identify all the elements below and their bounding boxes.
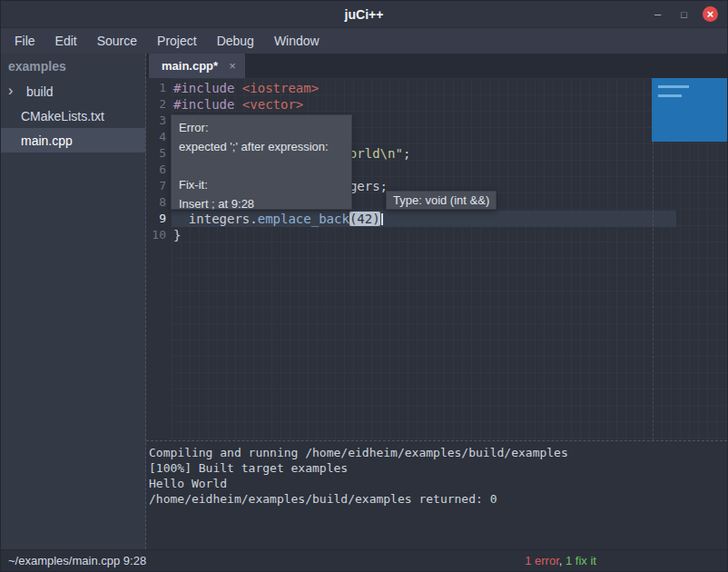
diagnostic-title: Error: xyxy=(179,118,344,137)
terminal-output[interactable]: Compiling and running /home/eidheim/exam… xyxy=(146,441,727,549)
menu-window[interactable]: Window xyxy=(264,28,330,54)
code-line-1[interactable]: #include <iostream> xyxy=(172,80,727,96)
diagnostic-spacer xyxy=(179,156,344,175)
line-number: 7 xyxy=(146,178,172,194)
tree-item-label: build xyxy=(26,84,54,99)
status-separator: , xyxy=(559,554,566,567)
gutter: 12345678910 xyxy=(146,78,172,440)
chevron-right-icon: › xyxy=(8,83,13,99)
line-number: 10 xyxy=(146,227,172,243)
tree-item-label: main.cpp xyxy=(21,133,73,148)
titlebar[interactable]: juCi++ –□× xyxy=(1,1,727,28)
fixit-text: Insert ; at 9:28 xyxy=(179,194,344,213)
juci-window: juCi++ –□× FileEditSourceProjectDebugWin… xyxy=(0,0,728,572)
tabbar: main.cpp*× xyxy=(146,54,727,78)
fixit-title: Fix-it: xyxy=(179,175,344,194)
menu-source[interactable]: Source xyxy=(87,28,147,54)
editor[interactable]: 12345678910 #include <iostream>#include … xyxy=(146,78,727,441)
line-number: 9 xyxy=(146,211,172,227)
minimap-line xyxy=(658,85,689,88)
line-number: 4 xyxy=(146,129,172,145)
tree-item-cmakelists-txt[interactable]: CMakeLists.txt xyxy=(1,104,145,128)
terminal-line: /home/eidheim/examples/build/examples re… xyxy=(149,491,727,507)
tree-item-main-cpp[interactable]: main.cpp xyxy=(1,128,145,153)
menu-file[interactable]: File xyxy=(5,28,45,54)
status-fixit-count: 1 fix it xyxy=(566,554,596,567)
window-controls: –□× xyxy=(650,6,727,22)
code-line-2[interactable]: #include <vector> xyxy=(172,96,727,113)
terminal-line: [100%] Built target examples xyxy=(149,460,727,476)
menu-project[interactable]: Project xyxy=(147,28,207,54)
line-number: 3 xyxy=(146,113,172,129)
main-area: main.cpp*× 12345678910 #include <iostrea… xyxy=(146,54,727,549)
minimap xyxy=(652,78,727,142)
close-button[interactable]: × xyxy=(703,6,718,22)
status-diagnostics: 1 error, 1 fix it xyxy=(525,554,596,567)
code-line-10[interactable]: } xyxy=(172,227,727,243)
minimap-line xyxy=(658,94,682,97)
status-error-count: 1 error xyxy=(525,554,559,567)
file-tree: ›buildCMakeLists.txtmain.cpp xyxy=(1,79,145,153)
line-number: 6 xyxy=(146,162,172,178)
line-number: 1 xyxy=(146,80,172,96)
diagnostic-message: expected ';' after expression: xyxy=(179,137,344,156)
menu-edit[interactable]: Edit xyxy=(45,28,87,54)
type-tooltip: Type: void (int &&) xyxy=(386,191,497,210)
project-name: examples xyxy=(1,54,145,79)
menubar: FileEditSourceProjectDebugWindow xyxy=(1,28,727,54)
tab-close-icon[interactable]: × xyxy=(229,59,236,73)
diagnostic-tooltip: Error: expected ';' after expression: Fi… xyxy=(171,114,352,210)
tree-item-build[interactable]: ›build xyxy=(1,79,145,104)
tab-label: main.cpp* xyxy=(162,59,218,73)
restore-button[interactable]: □ xyxy=(676,6,692,22)
minimize-button[interactable]: – xyxy=(650,6,665,22)
terminal-line: Hello World xyxy=(149,476,727,491)
line-number: 5 xyxy=(146,145,172,162)
text-cursor xyxy=(381,213,383,225)
tree-item-label: CMakeLists.txt xyxy=(21,109,104,123)
window-body: examples ›buildCMakeLists.txtmain.cpp ma… xyxy=(1,54,727,549)
line-number: 2 xyxy=(146,96,172,113)
window-title: juCi++ xyxy=(1,7,727,22)
tab-main-cpp[interactable]: main.cpp*× xyxy=(149,54,245,78)
status-location: ~/examples/main.cpp 9:28 xyxy=(8,554,146,567)
menu-debug[interactable]: Debug xyxy=(207,28,264,54)
statusbar: ~/examples/main.cpp 9:28 1 error, 1 fix … xyxy=(1,549,727,571)
line-number: 8 xyxy=(146,194,172,211)
terminal-line: Compiling and running /home/eidheim/exam… xyxy=(149,445,727,460)
sidebar: examples ›buildCMakeLists.txtmain.cpp xyxy=(1,54,146,549)
